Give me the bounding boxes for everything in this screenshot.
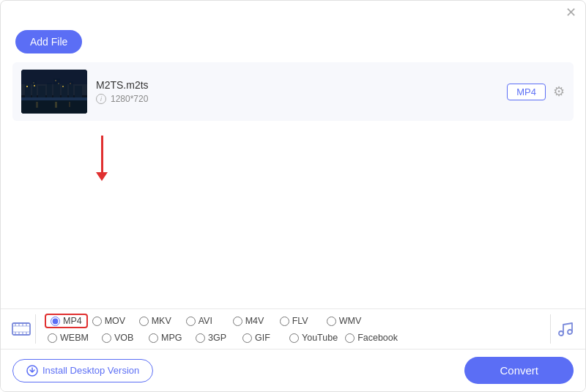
arrow-head <box>96 172 108 181</box>
video-format-icon <box>7 314 36 344</box>
format-option-wmv[interactable]: WMV <box>324 314 369 328</box>
format-label-vob: VOB <box>114 333 133 343</box>
format-option-mkv[interactable]: MKV <box>136 314 182 328</box>
svg-rect-16 <box>62 86 64 87</box>
file-info: M2TS.m2ts i 1280*720 <box>96 79 498 104</box>
action-bar: Install Desktop Version Convert <box>1 350 585 391</box>
format-radio-mpg[interactable] <box>149 333 158 343</box>
svg-rect-22 <box>69 102 70 107</box>
format-label-gif: GIF <box>255 333 270 343</box>
top-area: Add File <box>1 24 585 62</box>
svg-rect-11 <box>26 86 28 87</box>
format-radio-webm[interactable] <box>48 333 57 343</box>
arrow-area <box>1 136 585 181</box>
file-name: M2TS.m2ts <box>96 79 498 91</box>
svg-rect-30 <box>15 332 16 335</box>
format-option-m4v[interactable]: M4V <box>230 314 275 328</box>
arrow-down <box>96 136 108 181</box>
format-label-webm: WEBM <box>60 333 89 343</box>
svg-rect-28 <box>22 323 23 326</box>
format-radio-mp4[interactable] <box>51 317 60 326</box>
format-option-youtube[interactable]: YouTube <box>286 331 341 344</box>
file-meta: i 1280*720 <box>96 94 498 104</box>
format-option-webm[interactable]: WEBM <box>45 331 97 344</box>
file-resolution: 1280*720 <box>111 94 148 104</box>
format-radio-vob[interactable] <box>102 333 111 343</box>
convert-button[interactable]: Convert <box>464 357 574 384</box>
format-label-wmv: WMV <box>339 316 362 326</box>
svg-point-34 <box>559 331 563 336</box>
format-radio-mkv[interactable] <box>139 317 149 326</box>
svg-rect-29 <box>26 323 27 326</box>
format-option-avi[interactable]: AVI <box>183 314 229 328</box>
add-file-button[interactable]: Add File <box>15 30 82 53</box>
format-label-3gp: 3GP <box>208 333 226 343</box>
format-radio-gif[interactable] <box>242 333 252 343</box>
svg-rect-26 <box>15 323 16 326</box>
format-radio-3gp[interactable] <box>196 333 205 343</box>
file-item: M2TS.m2ts i 1280*720 MP4 ⚙ <box>12 62 574 121</box>
format-option-facebook[interactable]: Facebook <box>342 331 401 344</box>
format-bar: MP4 MOV MKV AVI M4V <box>1 309 585 350</box>
audio-format-icon <box>550 314 579 344</box>
format-radio-avi[interactable] <box>186 317 196 326</box>
format-label-mov: MOV <box>105 316 125 326</box>
format-option-gif[interactable]: GIF <box>240 331 285 344</box>
svg-rect-18 <box>21 70 87 84</box>
format-label-facebook: Facebook <box>357 333 398 343</box>
format-radio-m4v[interactable] <box>233 317 242 326</box>
svg-rect-31 <box>18 332 20 335</box>
format-radio-flv[interactable] <box>280 317 289 326</box>
arrow-shaft <box>101 136 103 172</box>
format-label-m4v: M4V <box>245 316 264 326</box>
bottom-toolbar: MP4 MOV MKV AVI M4V <box>1 308 585 391</box>
format-label-flv: FLV <box>292 316 308 326</box>
format-label-avi: AVI <box>199 316 212 326</box>
format-radio-facebook[interactable] <box>345 333 355 343</box>
format-label-mp4: MP4 <box>63 316 82 326</box>
install-desktop-button[interactable]: Install Desktop Version <box>12 359 153 382</box>
format-option-flv[interactable]: FLV <box>277 314 322 328</box>
svg-rect-13 <box>34 85 35 86</box>
svg-rect-32 <box>22 332 23 335</box>
close-icon[interactable]: ✕ <box>565 7 576 18</box>
format-option-mpg[interactable]: MPG <box>146 331 191 344</box>
download-icon <box>26 365 38 377</box>
format-option-mp4[interactable]: MP4 <box>45 314 88 328</box>
format-radio-mov[interactable] <box>92 317 102 326</box>
svg-rect-2 <box>21 100 87 114</box>
file-thumbnail <box>21 70 87 114</box>
format-radio-wmv[interactable] <box>327 317 336 326</box>
format-badge[interactable]: MP4 <box>507 84 546 100</box>
format-option-mov[interactable]: MOV <box>89 314 135 328</box>
svg-rect-19 <box>21 97 87 100</box>
svg-rect-33 <box>26 332 27 335</box>
format-option-3gp[interactable]: 3GP <box>193 331 238 344</box>
format-label-mkv: MKV <box>152 316 171 326</box>
svg-rect-20 <box>36 102 38 108</box>
install-button-label: Install Desktop Version <box>42 365 139 376</box>
format-option-vob[interactable]: VOB <box>99 331 144 344</box>
svg-rect-21 <box>55 102 57 108</box>
format-label-youtube: YouTube <box>302 333 338 343</box>
file-actions: MP4 ⚙ <box>507 84 565 100</box>
info-icon: i <box>96 94 106 104</box>
svg-rect-27 <box>18 323 20 326</box>
format-label-mpg: MPG <box>161 333 182 343</box>
title-bar: ✕ <box>1 1 585 24</box>
settings-icon[interactable]: ⚙ <box>553 84 565 100</box>
format-radio-youtube[interactable] <box>289 333 299 343</box>
file-list: M2TS.m2ts i 1280*720 MP4 ⚙ <box>1 62 585 121</box>
